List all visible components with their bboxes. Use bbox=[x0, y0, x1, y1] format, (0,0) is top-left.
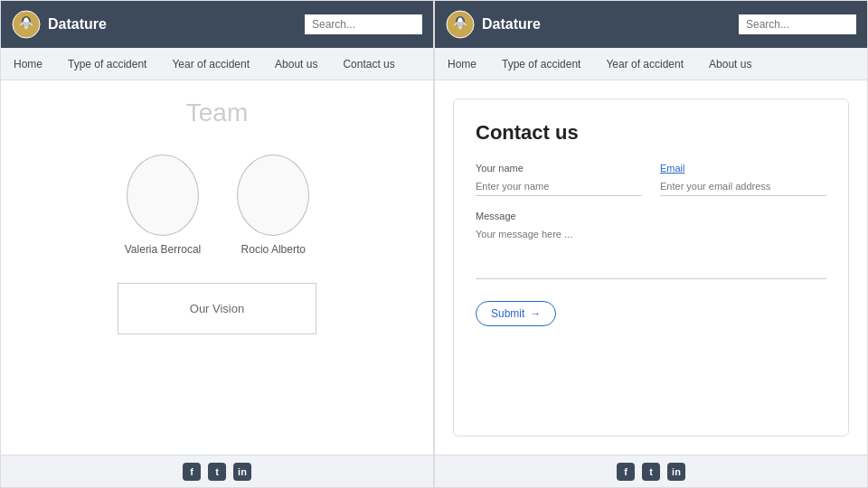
left-nav-home[interactable]: Home bbox=[1, 51, 55, 78]
team-member-1: Valeria Berrocal bbox=[125, 155, 201, 256]
submit-label: Submit bbox=[491, 307, 524, 320]
right-nav-home[interactable]: Home bbox=[435, 51, 489, 78]
right-logo-area: Datature bbox=[446, 10, 730, 39]
contact-card: Contact us Your name Email Message bbox=[453, 99, 849, 436]
left-twitter-icon[interactable]: t bbox=[208, 463, 226, 481]
team-member-2: Rocio Alberto bbox=[237, 155, 309, 256]
left-content: Team Valeria Berrocal Rocio Alberto Our … bbox=[1, 80, 433, 455]
left-logo-icon bbox=[12, 10, 41, 39]
name-label: Your name bbox=[476, 163, 642, 174]
name-input[interactable] bbox=[476, 177, 642, 196]
right-header: Datature bbox=[435, 1, 867, 48]
right-nav: Home Type of accident Year of accident A… bbox=[435, 48, 867, 80]
name-group: Your name bbox=[476, 163, 642, 196]
svg-point-3 bbox=[24, 18, 29, 23]
svg-point-8 bbox=[458, 18, 463, 23]
team-section: Team Valeria Berrocal Rocio Alberto Our … bbox=[1, 80, 433, 455]
avatar-2 bbox=[237, 155, 309, 236]
message-textarea[interactable] bbox=[476, 225, 826, 279]
submit-arrow-icon: → bbox=[530, 307, 541, 320]
left-linkedin-icon[interactable]: in bbox=[233, 463, 251, 481]
message-group: Message bbox=[476, 211, 826, 283]
right-brand: Datature bbox=[482, 16, 541, 33]
right-footer: f t in bbox=[435, 455, 867, 487]
right-logo-icon bbox=[446, 10, 475, 39]
contact-section: Contact us Your name Email Message bbox=[435, 80, 867, 455]
left-nav: Home Type of accident Year of accident A… bbox=[1, 48, 433, 80]
email-input[interactable] bbox=[660, 177, 826, 196]
contact-title: Contact us bbox=[476, 121, 826, 145]
vision-label: Our Vision bbox=[190, 302, 244, 315]
team-title: Team bbox=[186, 99, 248, 127]
left-logo-area: Datature bbox=[12, 10, 296, 39]
team-members: Valeria Berrocal Rocio Alberto bbox=[125, 155, 309, 256]
submit-button[interactable]: Submit → bbox=[476, 301, 556, 326]
left-header: Datature bbox=[1, 1, 433, 48]
right-nav-year[interactable]: Year of accident bbox=[593, 51, 696, 78]
right-facebook-icon[interactable]: f bbox=[617, 463, 635, 481]
left-brand: Datature bbox=[48, 16, 107, 33]
right-nav-about[interactable]: About us bbox=[696, 51, 764, 78]
message-label: Message bbox=[476, 211, 826, 221]
avatar-1 bbox=[127, 155, 199, 236]
left-nav-contact[interactable]: Contact us bbox=[330, 51, 407, 78]
right-search-input[interactable] bbox=[739, 14, 856, 34]
name-email-row: Your name Email bbox=[476, 163, 826, 196]
right-panel: Datature Home Type of accident Year of a… bbox=[434, 0, 868, 488]
left-facebook-icon[interactable]: f bbox=[183, 463, 201, 481]
left-nav-about[interactable]: About us bbox=[262, 51, 330, 78]
left-nav-type[interactable]: Type of accident bbox=[55, 51, 159, 78]
left-panel: Datature Home Type of accident Year of a… bbox=[0, 0, 434, 488]
left-nav-year[interactable]: Year of accident bbox=[159, 51, 262, 78]
right-twitter-icon[interactable]: t bbox=[642, 463, 660, 481]
left-footer: f t in bbox=[1, 455, 433, 487]
email-group: Email bbox=[660, 163, 826, 196]
vision-box: Our Vision bbox=[118, 283, 316, 334]
right-content: Contact us Your name Email Message bbox=[435, 80, 867, 455]
member-name-1: Valeria Berrocal bbox=[125, 243, 201, 256]
email-label: Email bbox=[660, 163, 826, 174]
right-nav-type[interactable]: Type of accident bbox=[489, 51, 593, 78]
member-name-2: Rocio Alberto bbox=[241, 243, 306, 256]
right-linkedin-icon[interactable]: in bbox=[667, 463, 685, 481]
left-search-input[interactable] bbox=[305, 14, 422, 34]
